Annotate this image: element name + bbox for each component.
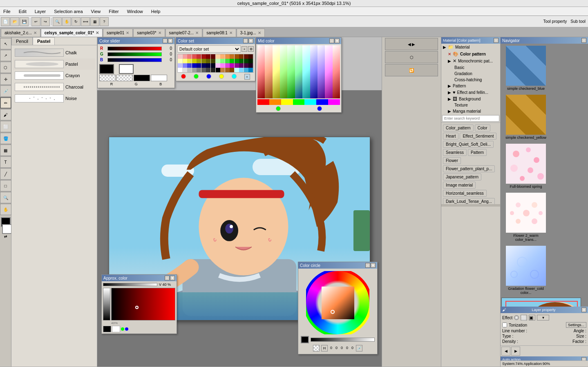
color-cell[interactable] xyxy=(225,68,230,72)
cyan-marker[interactable] xyxy=(232,74,237,79)
grid-btn[interactable]: ▦ xyxy=(90,17,99,26)
color-set-dropdown[interactable]: Default color set xyxy=(177,45,241,53)
lp-close[interactable]: ✕ xyxy=(581,307,586,312)
redo-btn[interactable]: ↪ xyxy=(41,17,50,26)
color-cell[interactable] xyxy=(244,68,248,72)
color-cell[interactable] xyxy=(225,59,230,63)
v-slider[interactable] xyxy=(103,283,157,286)
red-marker[interactable] xyxy=(181,74,186,79)
mid-bottom-yellow[interactable] xyxy=(281,99,293,105)
tool-shape[interactable]: □ xyxy=(0,180,11,191)
tag-horizontal[interactable]: Horizontal_seamless xyxy=(443,190,487,197)
color-cell[interactable] xyxy=(239,63,244,68)
tree-texture[interactable]: Texture xyxy=(441,102,500,108)
color-cell[interactable] xyxy=(183,59,187,63)
color-cell[interactable] xyxy=(197,63,201,68)
color-wheel[interactable] xyxy=(306,271,369,334)
color-cell[interactable] xyxy=(183,54,187,59)
tool-subselect[interactable]: ↗ xyxy=(0,50,11,61)
mid-bottom-magenta[interactable] xyxy=(328,99,340,105)
tag-heart[interactable]: Heart xyxy=(443,133,458,140)
undo-btn[interactable]: ↩ xyxy=(31,17,40,26)
tree-material[interactable]: ▶ 📁 Material xyxy=(441,44,500,51)
color-cell[interactable] xyxy=(230,63,234,68)
circle-fg-swatch[interactable] xyxy=(301,336,309,343)
color-cell[interactable] xyxy=(225,63,230,68)
layer-property-titlebar[interactable]: 🖌 Layer property ✕ xyxy=(501,307,588,313)
settings-btn[interactable]: Settings... xyxy=(566,322,586,328)
color-circle-menu[interactable]: ▼ xyxy=(371,263,376,268)
color-cell[interactable] xyxy=(211,54,215,59)
circle-eyedrop[interactable]: 💉 xyxy=(356,345,362,351)
tab-close-3-1[interactable]: ✕ xyxy=(258,31,261,35)
mid-bottom-blue[interactable] xyxy=(316,99,328,105)
tab-sample03[interactable]: sample03* ✕ xyxy=(133,29,165,37)
tag-image-material[interactable]: Image material xyxy=(443,182,476,189)
navigator-titlebar[interactable]: Navigator − xyxy=(501,37,588,44)
g-slider[interactable] xyxy=(107,52,162,56)
tag-color[interactable]: Color xyxy=(475,125,490,131)
tool-pen[interactable]: ✏ xyxy=(0,97,11,109)
tool-gradient[interactable]: ▦ xyxy=(0,145,11,156)
color-cell[interactable] xyxy=(248,54,253,59)
color-cell[interactable] xyxy=(206,68,210,72)
tag-color-pattern[interactable]: Color_pattern xyxy=(443,125,474,131)
help-btn[interactable]: ? xyxy=(100,17,109,26)
color-cell[interactable] xyxy=(244,63,248,68)
tonization-cb[interactable] xyxy=(502,323,507,327)
tag-flower[interactable]: Flower xyxy=(443,157,461,164)
color-cell[interactable] xyxy=(192,54,197,59)
mid-bottom-cyan[interactable] xyxy=(304,99,316,105)
menu-window[interactable]: Window xyxy=(125,8,145,15)
color-cell[interactable] xyxy=(216,54,220,59)
material-search[interactable] xyxy=(442,115,499,122)
brush-tab-pastel[interactable]: Pastel xyxy=(33,37,55,45)
tool-brush[interactable]: 🖌 xyxy=(0,109,11,120)
tab-akishake[interactable]: akishake_2.c... ✕ xyxy=(1,29,40,37)
auto-action-titlebar[interactable]: Auto action − xyxy=(501,356,588,360)
color-circle-titlebar[interactable]: Color circle − ▼ xyxy=(298,262,377,269)
tab-sample01[interactable]: sample01 ✕ xyxy=(103,29,133,37)
approx-color-minimize[interactable]: − xyxy=(165,276,170,280)
color-cell[interactable] xyxy=(216,68,220,72)
tag-dark[interactable]: Dark_Loud_Tense_Ang... xyxy=(443,198,495,204)
tab-close-sample01[interactable]: ✕ xyxy=(126,31,129,35)
color-cell[interactable] xyxy=(206,59,210,63)
effect-icon1[interactable]: ⬜ xyxy=(521,315,527,320)
open-btn[interactable]: 📂 xyxy=(10,17,19,26)
tag-japanese[interactable]: Japanese_pattern xyxy=(443,173,481,180)
color-set-add[interactable]: + xyxy=(241,46,247,52)
color-cell[interactable] xyxy=(248,63,253,68)
color-cell[interactable] xyxy=(230,68,234,72)
brush-tab-pencil[interactable]: Pencil xyxy=(11,37,33,45)
color-set-settings[interactable]: ⚙ xyxy=(248,46,254,52)
right-tool1[interactable]: ◀ ▶ xyxy=(385,38,438,50)
color-cell[interactable] xyxy=(235,63,239,68)
tab-close-sample03[interactable]: ✕ xyxy=(158,31,161,35)
color-cell[interactable] xyxy=(178,68,182,72)
tree-manga[interactable]: ▶ Manga material xyxy=(441,108,500,114)
color-set-titlebar[interactable]: Color set − ▼ xyxy=(176,38,255,44)
tag-bright[interactable]: Bright_Quiet_Soft_Deli... xyxy=(443,141,494,148)
mid-color-cell[interactable] xyxy=(333,45,340,98)
material-thumb-blue[interactable]: simple checkered_blue xyxy=(501,44,550,92)
tool-text[interactable]: T xyxy=(0,156,11,168)
tool-lasso[interactable]: ⬡ xyxy=(0,62,11,73)
mid-color-cell[interactable] xyxy=(317,45,325,98)
blue-marker[interactable] xyxy=(206,74,211,79)
material-thumb-yellow[interactable]: simple checkered_yellow xyxy=(501,93,550,141)
add-color-btn[interactable]: + xyxy=(244,74,250,80)
effect-toggle[interactable] xyxy=(514,315,519,320)
mid-color-cell[interactable] xyxy=(287,45,295,98)
approx-color-titlebar[interactable]: Approx. color − ▼ xyxy=(102,275,177,281)
color-cell[interactable] xyxy=(211,63,215,68)
r-slider[interactable] xyxy=(107,47,162,51)
color-circle-minimize[interactable]: − xyxy=(365,263,370,268)
color-cell[interactable] xyxy=(220,59,225,63)
color-cell[interactable] xyxy=(192,63,197,68)
material-thumb-flower2[interactable]: Flower 2_warm color_trans... xyxy=(501,191,550,243)
color-cell[interactable] xyxy=(216,59,220,63)
color-cell[interactable] xyxy=(248,59,253,63)
mid-color-cell[interactable] xyxy=(325,45,332,98)
tool-move[interactable]: ✛ xyxy=(0,73,11,85)
